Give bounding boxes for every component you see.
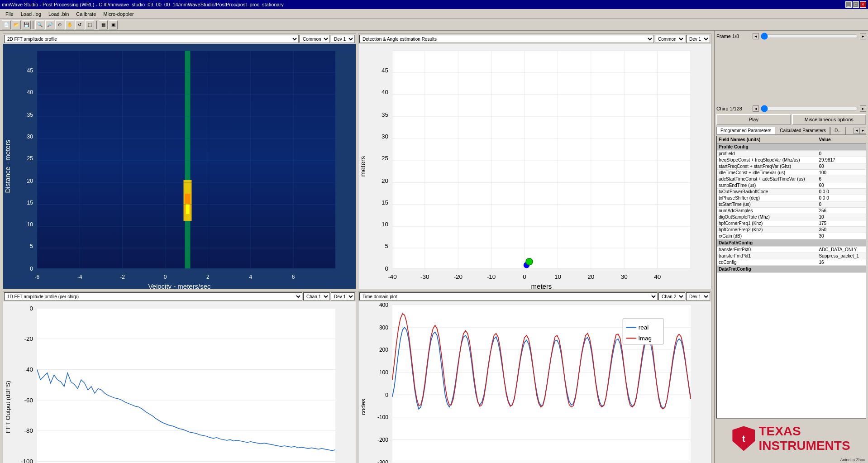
bottomright-chan-select[interactable]: Chan 2 [658,292,685,301]
field-value: 0 [817,201,866,208]
svg-text:15: 15 [27,200,33,206]
svg-text:-100: -100 [377,415,388,421]
svg-rect-3 [185,51,190,268]
play-button[interactable]: Play [716,114,791,125]
chirp-next-arrow[interactable]: ► [860,105,866,112]
field-name: adcStartTimeConst + adcStartTimeVar (us) [717,176,817,182]
menu-loadlog[interactable]: Load .log [17,10,45,18]
svg-text:25: 25 [27,155,33,162]
svg-text:30: 30 [27,134,33,140]
bottomright-dev-select[interactable]: Dev 1 [686,292,710,301]
tab-programmed[interactable]: Programmed Parameters [716,127,775,134]
topright-plot-toolbar: Detection & Angle estimation Results Com… [358,34,711,44]
svg-text:100: 100 [379,369,388,376]
field-value: 100 [817,170,866,176]
svg-text:10: 10 [27,221,33,228]
chirp-slider[interactable] [761,105,858,112]
titlebar: mmWave Studio - Post Processing (WRL) - … [0,0,868,9]
svg-text:0: 0 [523,273,526,280]
tab-calculated[interactable]: Calculated Parameters [776,127,830,134]
svg-text:20: 20 [587,273,594,280]
parameter-table: Field Names (units) Value Profile Config… [716,136,866,419]
svg-text:-300: -300 [377,459,388,463]
topright-dev-select[interactable]: Dev 1 [686,35,710,43]
params-table-element: Field Names (units) Value Profile Config… [717,136,866,273]
chirp-label: Chirp 1/128 [716,106,753,111]
menu-calibrate[interactable]: Calibrate [72,10,100,18]
frame-prev-arrow[interactable]: ◄ [753,33,759,39]
bottomleft-chan-select[interactable]: Chan 1 [303,292,330,301]
chirp-prev-arrow[interactable]: ◄ [753,105,759,112]
field-name: numAdcSamples [717,208,817,214]
svg-text:0: 0 [385,265,388,272]
maximize-button[interactable]: □ [853,1,859,8]
bottomleft-title-select[interactable]: 1D FFT amplitude profile (per chirp) [4,292,302,301]
topright-common-select[interactable]: Common [655,35,685,43]
svg-rect-46 [392,51,691,268]
topright-title-select[interactable]: Detection & Angle estimation Results [359,35,654,43]
toolbar-select[interactable]: ⬚ [85,20,94,29]
toolbar-sep1 [33,21,33,29]
menu-microdoppler[interactable]: Micro-doppler [100,10,137,18]
toolbar-sep2 [96,21,97,29]
topleft-plot-container: 2D FFT amplitude profile Common Dev 1 [3,33,356,289]
bottomleft-plot-container: 1D FFT amplitude profile (per chirp) Cha… [3,291,356,463]
toolbar-open[interactable]: 📂 [12,20,21,29]
toolbar-save[interactable]: 💾 [22,20,31,29]
status-bar: Anindita Zhou [716,457,866,463]
svg-text:-20: -20 [24,336,33,343]
menu-loadbin[interactable]: Load .bin [45,10,72,18]
tab-right-arrow[interactable]: ► [860,128,866,134]
toolbar-zoomin[interactable]: 🔍 [35,20,44,29]
bottomleft-dev-select[interactable]: Dev 1 [331,292,355,301]
toolbar-zoom-reset[interactable]: ⊙ [55,20,64,29]
field-name: hpfCornerFreq2 (Khz) [717,227,817,233]
svg-text:Distance - meters: Distance - meters [4,140,11,193]
bottomright-svg: 400 300 200 100 0 -100 -200 -300 -400 -5… [358,301,711,463]
topleft-title-select[interactable]: 2D FFT amplitude profile [4,35,299,43]
parameter-tabs: Programmed Parameters Calculated Paramet… [716,127,866,135]
frame-next-arrow[interactable]: ► [860,33,866,39]
toolbar-rotate[interactable]: ↺ [75,20,84,29]
ti-logo-icon: t [742,434,745,444]
misc-button[interactable]: Miscellaneous options [792,114,867,125]
ti-instruments: INSTRUMENTS [758,439,850,453]
svg-text:-60: -60 [24,397,33,404]
svg-text:meters: meters [531,282,552,289]
ti-logo: t TEXAS INSTRUMENTS [716,420,866,457]
field-value: 256 [817,208,866,214]
close-button[interactable]: ✕ [860,1,866,8]
bottomright-title-select[interactable]: Time domain plot [359,292,658,301]
field-name: hpfCornerFreq1 (Khz) [717,220,817,227]
topleft-common-select[interactable]: Common [300,35,330,43]
tab-d[interactable]: D... [830,127,846,134]
field-name: profileId [717,151,817,157]
toolbar-plot2[interactable]: ▣ [109,20,118,29]
minimize-button[interactable]: _ [845,1,852,8]
col-field: Field Names (units) [717,136,817,143]
toolbar-plot1[interactable]: ▦ [99,20,108,29]
topleft-dev-select[interactable]: Dev 1 [331,35,355,43]
toolbar-zoomout[interactable]: 🔎 [45,20,54,29]
field-name: txPhaseShifter (deg) [717,195,817,201]
svg-text:-40: -40 [388,273,396,280]
svg-text:-6: -6 [35,274,40,280]
svg-text:-10: -10 [487,273,496,280]
toolbar-new[interactable]: 📄 [2,20,11,29]
svg-text:0: 0 [29,305,33,312]
field-value: 0 [817,151,866,157]
frame-slider[interactable] [761,33,858,40]
field-name: rampEndTime (us) [717,182,817,189]
svg-text:300: 300 [379,325,388,331]
svg-text:20: 20 [27,178,33,184]
field-value: ADC_DATA_ONLY [817,247,866,253]
table-row: digOutSampleRate (Mhz)10 [717,214,866,220]
field-name: txStartTime (us) [717,201,817,208]
svg-text:-100: -100 [21,458,33,463]
field-value: 29.9817 [817,157,866,163]
toolbar-pan[interactable]: ✋ [65,20,74,29]
right-panel: Frame 1/8 ◄ ► Chirp 1/128 ◄ ► Play Misce… [714,31,868,463]
tab-left-arrow[interactable]: ◄ [854,128,860,134]
menu-file[interactable]: File [2,10,17,18]
field-value: 60 [817,163,866,170]
